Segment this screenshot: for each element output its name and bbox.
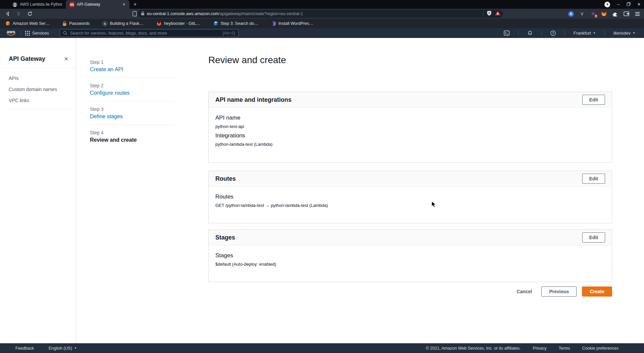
- close-window-button[interactable]: ✕: [637, 2, 641, 7]
- sidebar-item-vpc-links[interactable]: VPC links: [9, 98, 76, 103]
- header-right: ? Frankfurt▼ ilterisdev▼: [499, 31, 644, 36]
- search-icon: [63, 31, 67, 35]
- chevron-down-icon: ▼: [633, 32, 635, 35]
- search-shortcut: [Alt+S]: [223, 31, 235, 36]
- loading-extension-icon[interactable]: ✳5: [590, 10, 596, 17]
- browser-window: AWS Lambda ile Python | Ali İlteriş (M) …: [0, 0, 644, 353]
- vue-devtools-extension-icon[interactable]: V: [579, 10, 585, 17]
- copyright-text: © 2021, Amazon Web Services, Inc. or its…: [426, 346, 521, 351]
- tab-search-icon[interactable]: ▼: [604, 2, 610, 7]
- wizard-steps: Step 1 Create an API Step 2 Configure ro…: [90, 59, 174, 143]
- console-page: API Gateway ✕ APIs Custom domain names V…: [0, 38, 644, 343]
- back-icon[interactable]: [4, 11, 11, 16]
- cookie-preferences-link[interactable]: Cookie preferences: [582, 346, 619, 351]
- padlock-icon: [62, 21, 67, 26]
- step-number: Step 3: [90, 106, 174, 112]
- privacy-link[interactable]: Privacy: [533, 346, 547, 351]
- url-bar[interactable]: eu-central-1.console.aws.amazon.com/apig…: [138, 10, 503, 18]
- browser-toolbar: eu-central-1.console.aws.amazon.com/apig…: [0, 9, 644, 19]
- bookmark-heybooster-gitlab[interactable]: heybooster · GitL…: [156, 21, 200, 26]
- divider: [90, 78, 174, 78]
- sidebar-item-apis[interactable]: APIs: [9, 76, 76, 81]
- step-link-configure-routes[interactable]: Configure routes: [90, 90, 174, 96]
- aws-logo[interactable]: aws: [5, 30, 17, 36]
- tab-aws-lambda[interactable]: AWS Lambda ile Python | Ali İlteriş: [9, 0, 66, 9]
- tab-title: API Gateway: [77, 2, 119, 7]
- extensions-puzzle-icon[interactable]: [612, 10, 619, 17]
- step-current-review-and-create: Review and create: [90, 137, 174, 143]
- browser-menu-icon[interactable]: [634, 10, 641, 17]
- forward-icon[interactable]: [15, 11, 22, 16]
- brave-rewards-icon[interactable]: [495, 11, 500, 17]
- bookmark-amazon-web-services[interactable]: Amazon Web Ser…: [5, 21, 50, 26]
- sidebar-toggle-icon[interactable]: [131, 11, 138, 16]
- terms-link[interactable]: Terms: [559, 346, 570, 351]
- search-input[interactable]: [70, 31, 223, 36]
- notifications-bell-icon[interactable]: [523, 31, 537, 36]
- section-routes: Routes Edit Routes GET /python-lambda-te…: [208, 171, 612, 223]
- edit-routes-button[interactable]: Edit: [582, 174, 605, 184]
- account-menu[interactable]: ilterisdev▼: [609, 31, 640, 36]
- field-value: python-lambda-test (Lambda): [215, 142, 605, 147]
- tab-bar: AWS Lambda ile Python | Ali İlteriş (M) …: [0, 0, 644, 9]
- field-value: python-test-api: [215, 124, 605, 129]
- step-link-define-stages[interactable]: Define stages: [90, 114, 174, 120]
- window-controls: ▼ ─ ✕: [604, 0, 641, 9]
- aws-console-header: aws Services [Alt+S] ?: [0, 28, 644, 38]
- tab-close-icon[interactable]: ✕: [122, 2, 126, 7]
- restore-button[interactable]: [627, 1, 631, 7]
- bookmark-passwords[interactable]: Passwords: [62, 21, 90, 26]
- section-stages: Stages Edit Stages $default (Auto-deploy…: [208, 229, 612, 282]
- sidebar-title: API Gateway: [9, 55, 45, 62]
- sidebar-item-custom-domain-names[interactable]: Custom domain names: [9, 87, 76, 92]
- edit-stages-button[interactable]: Edit: [582, 232, 605, 242]
- purple-d-icon: [271, 21, 276, 26]
- region-selector[interactable]: Frankfurt▼: [569, 31, 600, 36]
- lock-icon: [141, 11, 145, 17]
- grid-icon: [25, 31, 30, 36]
- language-selector[interactable]: English (US)▼: [49, 346, 77, 351]
- section-title: Stages: [215, 234, 235, 241]
- gitlab-icon: [156, 21, 162, 26]
- step-link-create-an-api[interactable]: Create an API: [90, 67, 174, 73]
- edit-api-name-button[interactable]: Edit: [582, 95, 605, 105]
- field-value: $default (Auto-deploy: enabled): [215, 262, 605, 267]
- field-label: Integrations: [215, 132, 605, 139]
- wallet-icon[interactable]: [623, 10, 630, 17]
- url-text[interactable]: eu-central-1.console.aws.amazon.com/apig…: [147, 11, 480, 16]
- minimize-button[interactable]: ─: [617, 2, 620, 7]
- blue-box-icon: [213, 21, 218, 26]
- divider: [5, 109, 69, 109]
- bookmark-install-wordpress[interactable]: Install WordPres…: [271, 21, 313, 26]
- brave-shield-icon[interactable]: [487, 10, 492, 17]
- console-footer: Feedback English (US)▼ © 2021, Amazon We…: [0, 343, 644, 353]
- wizard-actions: Cancel Previous Create: [517, 286, 612, 297]
- sidebar-close-icon[interactable]: ✕: [64, 56, 68, 62]
- step-number: Step 2: [90, 83, 174, 88]
- service-sidebar: API Gateway ✕ APIs Custom domain names V…: [0, 38, 76, 343]
- aws-cube-icon: [5, 21, 10, 26]
- services-menu[interactable]: Services: [25, 31, 49, 36]
- feedback-link[interactable]: Feedback: [15, 346, 34, 351]
- aws-smile-icon: [7, 34, 15, 36]
- cancel-button[interactable]: Cancel: [517, 289, 532, 294]
- avatar-favicon-icon: [12, 2, 17, 7]
- bookmark-step3-search[interactable]: Step 3: Search do…: [213, 21, 259, 26]
- metamask-extension-icon[interactable]: [601, 10, 607, 17]
- main-content: Review and create API name and integrati…: [208, 38, 612, 343]
- new-tab-button[interactable]: +: [129, 0, 141, 9]
- help-icon[interactable]: ?: [546, 31, 560, 36]
- chevron-down-icon: ▼: [74, 347, 77, 350]
- create-button[interactable]: Create: [582, 286, 612, 297]
- field-value: GET /python-lambda-test → python-lambda-…: [215, 203, 605, 208]
- cloudshell-icon[interactable]: [499, 31, 514, 36]
- divider: [90, 125, 174, 125]
- tab-api-gateway[interactable]: (M) API Gateway ✕: [66, 0, 129, 9]
- console-search[interactable]: [Alt+S]: [60, 29, 238, 37]
- amplitude-extension-icon[interactable]: A: [568, 10, 574, 17]
- field-label: API name: [215, 115, 605, 121]
- previous-button[interactable]: Previous: [541, 286, 577, 297]
- bookmark-building-a-flask[interactable]: S Building a Flask…: [102, 21, 144, 26]
- reload-icon[interactable]: [26, 11, 34, 16]
- bookmarks-bar: Amazon Web Ser… Passwords S Building a F…: [0, 19, 644, 28]
